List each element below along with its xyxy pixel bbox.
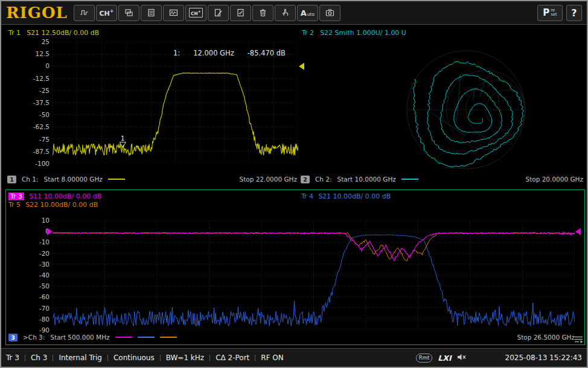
marker1-readout: 1: 12.000 GHz -85.470 dB [173,49,286,57]
svg-text:1: 1 [121,135,124,142]
vna-screen: RIGOL CH+ CH+ [0,0,588,368]
cal-button[interactable] [230,5,251,21]
status-bar: Tr 3 Ch 3 Internal Trig Continuous BW=1 … [1,348,587,367]
tr4-info: S21 10.00dB/ 0.00 dB [318,192,391,200]
auto-scale-button[interactable]: Auto [297,5,318,21]
trace-button[interactable] [163,5,184,21]
ch3-ref-level-marker-right[interactable] [575,228,581,235]
tr2-name: Tr 2 [302,29,314,37]
remote-indicator: Rmt [416,354,433,363]
menu-collapse-icon[interactable] [574,335,584,343]
ch2-stop-freq: Stop 20.0000 GHz [525,176,583,183]
auto-scale-icon: Auto [301,8,315,17]
y-tick-label: -20 [22,250,50,256]
add-channel-icon: CH+ [99,9,113,17]
tr4-label-row[interactable]: Tr 4 S21 10.00dB/ 0.00 dB [301,192,391,200]
lxi-indicator: LXI [438,354,451,363]
edit-icon [213,8,223,17]
waveform-icon [79,8,89,17]
ch2-trace-swatch [401,179,418,180]
status-sweep-mode[interactable]: Continuous [113,354,155,362]
y-tick-label: -75 [22,136,50,142]
tr3-info: S11 10.00dB/ 0.00 dB [29,192,101,200]
channel-edit-button[interactable]: CH+ [185,5,206,21]
ch1-label: Ch 1: [22,176,39,183]
datetime: 2025-08-13 15:22:43 [505,354,582,362]
add-channel-button[interactable]: CH+ [96,5,117,21]
ch3-badge[interactable]: 3 [8,334,18,341]
tr5-label-row[interactable]: Tr 5 S22 10.00dB/ 0.00 dB [8,201,98,209]
trace-icon [168,8,179,17]
ch1-badge[interactable]: 1 [7,176,16,183]
preset-button[interactable]: P reset [537,5,563,21]
ch2-trace-label[interactable]: Tr 2 S22 Smith 1.000U/ 1.00 U [302,29,406,37]
ch1-trace-swatch [108,179,125,180]
status-channel[interactable]: Ch 3 [31,354,47,362]
touch-button[interactable] [275,5,296,21]
waveform-button[interactable] [74,5,95,21]
marker1-value: -85.470 dB [248,49,286,57]
ch3-ref-level-marker-left[interactable] [47,228,53,235]
y-tick-label: -60 [22,294,50,300]
ch3-stop-freq: Stop 26.5000 GHz [517,334,575,341]
tr3-name-chip[interactable]: Tr 3 [8,192,24,200]
ch1-start-freq: Start 8.00000 GHz [44,176,103,183]
y-tick-label: -80 [22,316,50,322]
tr3-trace-swatch [115,337,132,338]
delete-button[interactable] [252,5,273,21]
tr5-trace-swatch [160,337,177,338]
ch1-plot-area[interactable]: 1 [53,42,298,163]
y-tick-label: -87.5 [22,148,50,154]
ch2-smith-chart[interactable] [400,43,532,176]
trash-icon [258,8,268,17]
meas-setup-button[interactable] [141,5,162,21]
ch1-trace-label[interactable]: Tr 1 S21 12.50dB/ 0.00 dB [8,29,99,37]
ch3-y-axis: 100-10-20-30-40-50-60-70-80-90 [22,217,50,333]
tr1-info: S21 12.50dB/ 0.00 dB [27,29,99,37]
ch3-bar: 3 >Ch 3: Start 500.000 MHz Stop 26.5000 … [8,332,575,342]
mute-icon[interactable] [457,353,467,363]
tr5-info: S22 10.00dB/ 0.00 dB [25,201,98,209]
y-tick-label: -12.5 [22,75,50,81]
y-tick-label: -40 [22,272,50,278]
ch2-label: Ch 2: [315,176,332,183]
window-layout-button[interactable] [118,5,139,21]
status-correction[interactable]: CΔ 2-Port [216,354,249,362]
y-tick-label: -70 [22,305,50,311]
y-tick-label: 25 [22,39,50,45]
ch2-bar: 2 Ch 2: Start 10.0000 GHz Stop 20.0000 G… [301,174,583,184]
rigol-logo: RIGOL [6,5,68,21]
tr1-name: Tr 1 [8,29,21,37]
ch3-plot-area[interactable] [53,221,575,329]
ch3-label: >Ch 3: [23,334,45,341]
status-trace[interactable]: Tr 3 [6,354,19,362]
status-bandwidth[interactable]: BW=1 kHz [166,354,204,362]
channel-edit-icon: CH+ [189,8,203,17]
ch2-start-freq: Start 10.0000 GHz [337,176,396,183]
edit-button[interactable] [208,5,229,21]
y-tick-label: -100 [22,160,50,167]
ch2-badge[interactable]: 2 [301,176,310,183]
y-tick-label: 0 [22,228,50,234]
tr4-name: Tr 4 [301,192,313,200]
touch-icon [280,8,290,17]
y-tick-label: 12.5 [22,51,50,57]
window-layout-icon [124,8,134,17]
cal-icon [235,8,246,17]
ch1-ref-level-marker[interactable] [299,63,304,70]
ch1-y-axis: 2512.50-12.5-25-37.5-50-62.5-75-87.5-100 [22,39,50,167]
help-button[interactable]: ? [566,5,582,21]
y-tick-label: 10 [22,217,50,223]
screenshot-button[interactable] [319,5,340,21]
marker1-frequency: 12.000 GHz [193,49,234,57]
y-tick-label: -30 [22,261,50,267]
marker1-number: 1: [173,49,180,57]
tr3-label-row[interactable]: Tr 3 S11 10.00dB/ 0.00 dB [8,192,101,200]
ch1-stop-freq: Stop 22.0000 GHz [239,176,297,183]
status-trigger[interactable]: Internal Trig [59,354,102,362]
status-rf[interactable]: RF ON [261,354,283,362]
y-tick-label: -25 [22,87,50,94]
tr5-name: Tr 5 [8,201,21,209]
meas-setup-icon [146,8,156,17]
camera-icon [325,8,335,17]
